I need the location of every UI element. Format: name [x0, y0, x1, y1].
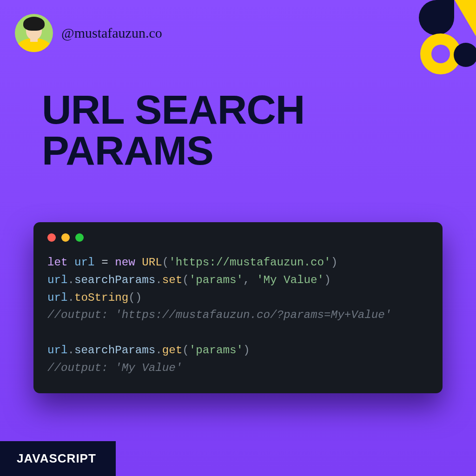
page-title: URL SEARCH PARAMS	[42, 89, 476, 171]
window-traffic-lights	[47, 233, 429, 242]
code-window: let url = new URL('https://mustafauzun.c…	[33, 222, 443, 393]
avatar	[15, 14, 53, 52]
svg-point-1	[431, 45, 450, 63]
code-snippet: let url = new URL('https://mustafauzun.c…	[47, 254, 429, 377]
author-handle: @mustafauzun.co	[61, 25, 162, 41]
language-tag: JAVASCRIPT	[0, 441, 116, 476]
close-icon	[47, 233, 56, 242]
corner-logo-icon	[392, 0, 476, 79]
minimize-icon	[61, 233, 70, 242]
maximize-icon	[75, 233, 84, 242]
